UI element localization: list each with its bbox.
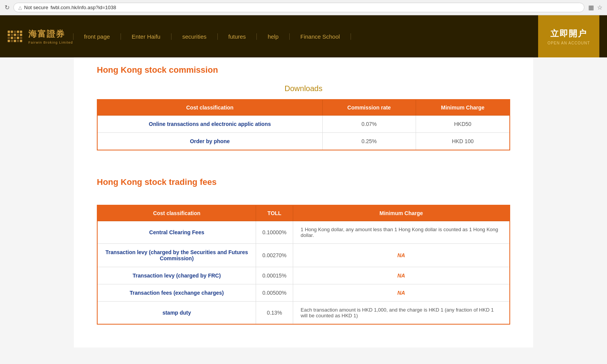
commission-table: Cost classification Commission rate Mini…	[97, 99, 510, 150]
trading-row2-toll: 0.00015%	[256, 267, 293, 284]
table-row: Central Clearing Fees0.10000%1 Hong Kong…	[97, 221, 510, 244]
table-row: Order by phone 0.25% HKD 100	[97, 133, 510, 150]
logo-english: Fairwin Broking Limited	[28, 41, 73, 44]
cta-english: OPEN AN ACCOUNT	[547, 41, 590, 45]
row1-classification: Online transactions and electronic appli…	[97, 116, 322, 133]
back-icon[interactable]: ↻	[5, 4, 10, 11]
trading-row4-minimum: Each transaction amount is HKD 1,000, an…	[293, 302, 510, 325]
main-content: Hong Kong stock commission Downloads Cos…	[74, 57, 533, 348]
translate-icon[interactable]: ▦	[588, 4, 594, 11]
trading-table: Cost classification TOLL Minimum Charge …	[97, 205, 510, 325]
row2-rate: 0.25%	[322, 133, 416, 150]
cta-chinese: 立即開户	[550, 28, 587, 39]
nav-links: front page Enter Haifu securities future…	[73, 33, 538, 40]
logo-grid	[8, 31, 22, 42]
browser-chrome: ↻ △ Not secure fwbl.com.hk/info.asp?id=1…	[0, 0, 607, 15]
trading-row1-classification: Transaction levy (charged by the Securit…	[97, 244, 256, 267]
trading-row2-classification: Transaction levy (charged by FRC)	[97, 267, 256, 284]
security-icon: △	[18, 5, 22, 10]
trading-row3-minimum: NA	[293, 284, 510, 302]
nav-enter-haifu[interactable]: Enter Haifu	[121, 33, 171, 40]
row2-minimum: HKD 100	[416, 133, 510, 150]
trading-row0-classification: Central Clearing Fees	[97, 221, 256, 244]
commission-header-rate: Commission rate	[322, 100, 416, 116]
trading-row1-toll: 0.00270%	[256, 244, 293, 267]
table-row: stamp duty0.13%Each transaction amount i…	[97, 302, 510, 325]
trading-row4-classification: stamp duty	[97, 302, 256, 325]
row1-minimum: HKD50	[416, 116, 510, 133]
trading-row3-toll: 0.00500%	[256, 284, 293, 302]
trading-header-minimum: Minimum Charge	[293, 205, 510, 221]
url-text: fwbl.com.hk/info.asp?id=1038	[51, 5, 116, 10]
trading-header-toll: TOLL	[256, 205, 293, 221]
bookmark-icon[interactable]: ☆	[597, 4, 602, 11]
trading-row2-minimum: NA	[293, 267, 510, 284]
table-row: Transaction fees (exchange charges)0.005…	[97, 284, 510, 302]
trading-row3-classification: Transaction fees (exchange charges)	[97, 284, 256, 302]
row2-classification: Order by phone	[97, 133, 322, 150]
address-bar[interactable]: △ Not secure fwbl.com.hk/info.asp?id=103…	[13, 3, 584, 12]
logo-area: 海富證券 Fairwin Broking Limited	[8, 28, 73, 44]
trading-row0-toll: 0.10000%	[256, 221, 293, 244]
table-row: Transaction levy (charged by FRC)0.00015…	[97, 267, 510, 284]
table-row: Online transactions and electronic appli…	[97, 116, 510, 133]
browser-actions: ▦ ☆	[588, 4, 602, 11]
trading-header-classification: Cost classification	[97, 205, 256, 221]
nav-finance-school[interactable]: Finance School	[290, 33, 351, 40]
row1-rate: 0.07%	[322, 116, 416, 133]
nav-help[interactable]: help	[257, 33, 289, 40]
section1-title: Hong Kong stock commission	[97, 57, 510, 81]
nav-securities[interactable]: securities	[171, 33, 217, 40]
downloads-label: Downloads	[97, 81, 510, 99]
nav-front-page[interactable]: front page	[73, 33, 121, 40]
security-label: Not secure	[24, 5, 48, 10]
navbar: 海富證券 Fairwin Broking Limited front page …	[0, 15, 607, 57]
commission-header-minimum: Minimum Charge	[416, 100, 510, 116]
trading-row4-toll: 0.13%	[256, 302, 293, 325]
section2-title: Hong Kong stock trading fees	[97, 170, 510, 193]
open-account-button[interactable]: 立即開户 OPEN AN ACCOUNT	[538, 15, 599, 57]
trading-row0-minimum: 1 Hong Kong dollar, any amount less than…	[293, 221, 510, 244]
commission-header-classification: Cost classification	[97, 100, 322, 116]
logo-chinese: 海富證券	[28, 28, 73, 40]
nav-futures[interactable]: futures	[218, 33, 257, 40]
table-row: Transaction levy (charged by the Securit…	[97, 244, 510, 267]
trading-row1-minimum: NA	[293, 244, 510, 267]
